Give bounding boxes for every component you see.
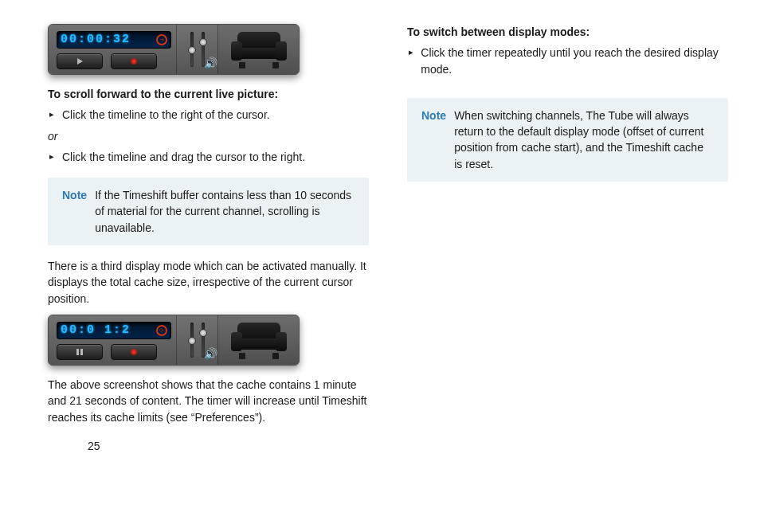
note-box: Note When switching channels, The Tube w… [407,98,728,182]
player-left: 00:0 1:2 ⟳ [49,315,176,365]
record-icon [131,349,137,355]
player-left: 00:00:32 ⇥ [49,25,176,74]
slider-thumb[interactable] [199,38,207,46]
player-mid: 🔊 [176,25,217,74]
player-panel-1: 00:00:32 ⇥ 🔊 [48,24,300,75]
timer-text: 00:0 1:2 [61,322,167,339]
note-text: When switching channels, The Tube will a… [454,108,714,172]
note-label: Note [421,108,446,172]
or-separator: or [48,128,369,144]
paragraph: There is a third display mode which can … [48,258,369,307]
slider-thumb[interactable] [188,46,196,54]
player-panel-2: 00:0 1:2 ⟳ 🔊 [48,315,300,366]
triangle-bullet-icon: ▸ [49,149,57,163]
play-button[interactable] [57,53,103,69]
bullet-item: ▸ Click the timeline to the right of the… [49,107,369,123]
armchair-icon [231,321,287,359]
player-buttons [57,344,171,360]
page: 00:00:32 ⇥ 🔊 To sc [0,0,760,460]
volume-icon: 🔊 [204,346,217,362]
heading-scroll-forward: To scroll forward to the current live pi… [48,86,369,102]
pause-button[interactable] [57,344,103,360]
paragraph: The above screenshot shows that the cach… [48,377,369,425]
player-preview [217,25,299,74]
left-slider[interactable] [190,32,194,67]
player-mid: 🔊 [176,315,217,365]
record-button[interactable] [111,344,157,360]
pause-icon [76,349,83,355]
note-box: Note If the Timeshift buffer contains le… [48,178,369,245]
page-number: 25 [48,438,369,454]
timer-display[interactable]: 00:00:32 ⇥ [57,31,171,49]
bullet-text: Click the timeline to the right of the c… [62,107,270,123]
timer-display[interactable]: 00:0 1:2 ⟳ [57,322,171,339]
player-buttons [57,53,171,69]
player-preview [217,315,299,365]
bullet-item: ▸ Click the timer repeatedly until you r… [409,45,728,77]
triangle-bullet-icon: ▸ [49,107,57,121]
record-icon [131,58,137,65]
play-icon [77,58,83,65]
slider-thumb[interactable] [188,337,196,345]
armchair-icon [231,30,287,68]
cursor-marker-icon: ⇥ [156,34,167,45]
note-text: If the Timeshift buffer contains less th… [95,187,355,236]
left-column: 00:00:32 ⇥ 🔊 To sc [48,22,369,454]
right-column: To switch between display modes: ▸ Click… [407,22,728,454]
bullet-text: Click the timeline and drag the cursor t… [62,149,305,165]
record-button[interactable] [111,53,157,69]
timer-text: 00:00:32 [61,31,167,49]
cursor-marker-icon: ⟳ [156,325,167,336]
slider-thumb[interactable] [199,329,207,337]
bullet-text: Click the timer repeatedly until you rea… [421,45,728,77]
triangle-bullet-icon: ▸ [409,45,416,59]
volume-icon: 🔊 [204,55,217,71]
note-label: Note [62,187,87,236]
bullet-item: ▸ Click the timeline and drag the cursor… [49,149,369,165]
heading-switch-modes: To switch between display modes: [407,24,728,40]
left-slider[interactable] [190,323,194,358]
